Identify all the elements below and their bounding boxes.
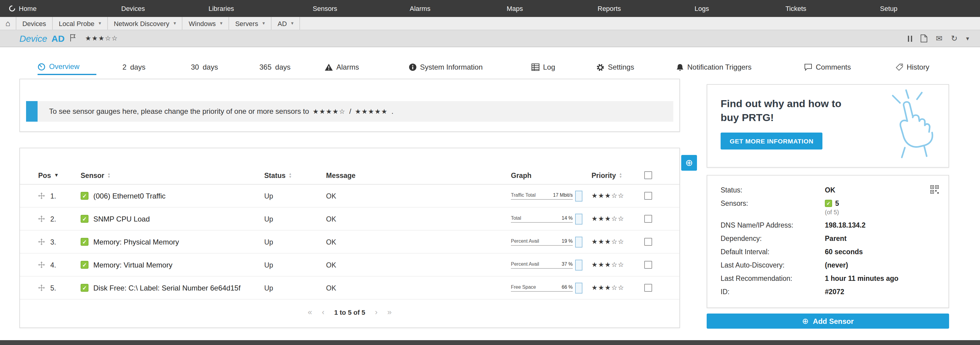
mini-graph[interactable]: Traffic Total17 Mbit/s xyxy=(511,192,582,199)
sensor-link[interactable]: ✓Memory: Virtual Memory xyxy=(81,261,264,269)
sensor-row: 2. ✓SNMP CPU Load Up OK Total14 % ★★★☆☆ xyxy=(20,207,679,231)
tab-notification-triggers[interactable]: Notification Triggers xyxy=(676,59,751,75)
row-checkbox[interactable] xyxy=(644,284,652,292)
breadcrumb-item-devices[interactable]: Devices xyxy=(16,17,53,30)
priority-stars[interactable]: ★★★☆☆ xyxy=(592,238,644,246)
drag-handle-icon[interactable] xyxy=(38,193,45,199)
detail-row-dependency: Dependency: Parent xyxy=(721,235,935,242)
priority-stars[interactable]: ★★★☆☆ xyxy=(592,192,644,200)
drag-handle-icon[interactable] xyxy=(38,285,45,291)
next-page-button[interactable]: › xyxy=(375,307,377,317)
mini-graph[interactable]: Percent Avail19 % xyxy=(511,238,582,245)
chevron-down-icon[interactable]: ▾ xyxy=(99,21,101,26)
chevron-down-icon[interactable]: ▾ xyxy=(262,21,265,26)
sensor-ok-icon: ✓ xyxy=(81,192,89,200)
titlebar-actions: ✉ ↻ ▾ xyxy=(908,35,969,43)
mini-graph[interactable]: Total14 % xyxy=(511,215,582,222)
breadcrumb-item-ad[interactable]: AD▾ xyxy=(272,17,300,30)
device-priority-stars[interactable]: ★★★☆☆ xyxy=(85,35,118,43)
breadcrumb-item-windows[interactable]: Windows▾ xyxy=(183,17,229,30)
nav-item-logs[interactable]: Logs xyxy=(695,0,709,17)
qr-code-icon[interactable] xyxy=(930,185,939,194)
tab-overview[interactable]: Overview xyxy=(38,59,96,75)
nav-item-setup[interactable]: Setup xyxy=(880,0,897,17)
first-page-button[interactable]: « xyxy=(308,307,312,317)
breadcrumb-item-local-probe[interactable]: Local Probe▾ xyxy=(53,17,108,30)
get-more-information-button[interactable]: GET MORE INFORMATION xyxy=(721,133,822,149)
status-value: OK xyxy=(825,187,835,194)
channel-value: 66 % xyxy=(562,284,573,290)
sensor-row: 1. ✓(006) Ethernet0 Traffic Up OK Traffi… xyxy=(20,185,679,207)
chevron-down-icon[interactable]: ▾ xyxy=(220,21,223,26)
column-header-sensor[interactable]: Sensor▲▼ xyxy=(81,172,264,179)
row-checkbox[interactable] xyxy=(644,238,652,246)
chevron-down-icon[interactable]: ▾ xyxy=(173,21,176,26)
tab-2-days[interactable]: 2days xyxy=(123,59,145,75)
add-sensor-button[interactable]: ⊕ Add Sensor xyxy=(707,313,949,329)
more-actions-caret-icon[interactable]: ▾ xyxy=(966,35,969,41)
column-header-graph[interactable]: Graph xyxy=(511,172,592,179)
nav-item-maps[interactable]: Maps xyxy=(507,0,523,17)
breadcrumb-item-servers[interactable]: Servers▾ xyxy=(229,17,272,30)
column-header-status[interactable]: Status▲▼ xyxy=(264,172,326,179)
sensor-ok-icon: ✓ xyxy=(81,215,89,223)
tab-system-information[interactable]: System Information xyxy=(409,59,483,75)
detail-row-id: ID: #2072 xyxy=(721,288,935,295)
row-checkbox[interactable] xyxy=(644,192,652,200)
email-icon[interactable]: ✉ xyxy=(936,35,942,43)
select-all-checkbox[interactable] xyxy=(644,171,652,179)
row-checkbox[interactable] xyxy=(644,215,652,223)
tab-alarms[interactable]: Alarms xyxy=(325,59,359,75)
nav-item-tickets[interactable]: Tickets xyxy=(786,0,807,17)
nav-item-reports[interactable]: Reports xyxy=(598,0,621,17)
refresh-icon[interactable]: ↻ xyxy=(951,35,958,43)
gauge-notice-panel: To see sensor gauges here, please change… xyxy=(19,79,680,132)
nav-item-alarms[interactable]: Alarms xyxy=(410,0,430,17)
column-header-priority[interactable]: Priority▲▼ xyxy=(592,172,644,179)
breadcrumb-home[interactable]: ⌂ xyxy=(0,17,16,30)
last-page-button[interactable]: » xyxy=(387,307,391,317)
sensor-message: OK xyxy=(326,261,511,268)
pause-icon[interactable] xyxy=(908,35,912,41)
drag-handle-icon[interactable] xyxy=(38,261,45,268)
column-header-pos[interactable]: Pos▼ xyxy=(38,172,81,179)
add-sensor-label: Add Sensor xyxy=(813,317,854,325)
sensor-link[interactable]: ✓(006) Ethernet0 Traffic xyxy=(81,191,264,200)
row-checkbox[interactable] xyxy=(644,261,652,269)
nav-item-label: Home xyxy=(19,5,37,12)
tab-log[interactable]: Log xyxy=(531,59,555,75)
mini-graph[interactable]: Free Space66 % xyxy=(511,284,582,291)
bell-icon xyxy=(676,63,684,71)
sensor-ok-icon: ✓ xyxy=(825,200,832,207)
priority-stars[interactable]: ★★★☆☆ xyxy=(592,261,644,269)
nav-item-devices[interactable]: Devices xyxy=(121,0,145,17)
nav-item-sensors[interactable]: Sensors xyxy=(313,0,337,17)
add-button[interactable]: ⊕ xyxy=(681,155,697,171)
tab-settings[interactable]: Settings xyxy=(597,59,634,75)
mini-graph[interactable]: Percent Avail37 % xyxy=(511,261,582,268)
channel-label: Total xyxy=(511,215,521,221)
column-header-message[interactable]: Message xyxy=(326,172,511,179)
tab-30-days[interactable]: 30days xyxy=(191,59,218,75)
tab-comments[interactable]: Comments xyxy=(804,59,851,75)
export-report-icon[interactable] xyxy=(921,35,927,43)
graph-axis xyxy=(511,222,573,222)
nav-item-libraries[interactable]: Libraries xyxy=(208,0,234,17)
sensors-count[interactable]: 5 xyxy=(835,200,839,207)
chevron-down-icon[interactable]: ▾ xyxy=(291,21,294,26)
gear-icon xyxy=(597,63,604,71)
drag-handle-icon[interactable] xyxy=(38,215,45,222)
prev-page-button[interactable]: ‹ xyxy=(322,307,325,317)
sensor-link[interactable]: ✓SNMP CPU Load xyxy=(81,215,264,223)
tab-365-days[interactable]: 365days xyxy=(259,59,291,75)
priority-stars[interactable]: ★★★☆☆ xyxy=(592,284,644,292)
tab-history[interactable]: History xyxy=(896,59,929,75)
breadcrumb-item-network-discovery[interactable]: Network Discovery▾ xyxy=(108,17,183,30)
flag-icon[interactable] xyxy=(69,33,75,43)
priority-stars[interactable]: ★★★☆☆ xyxy=(592,215,644,223)
buy-prtg-promo-panel: Find out why and how to buy PRTG! GET MO… xyxy=(707,84,949,168)
drag-handle-icon[interactable] xyxy=(38,239,45,245)
sensor-link[interactable]: ✓Disk Free: C:\ Label: Serial Number 6e6… xyxy=(81,283,264,292)
nav-item-home[interactable]: Home xyxy=(8,0,37,17)
sensor-link[interactable]: ✓Memory: Physical Memory xyxy=(81,237,264,246)
